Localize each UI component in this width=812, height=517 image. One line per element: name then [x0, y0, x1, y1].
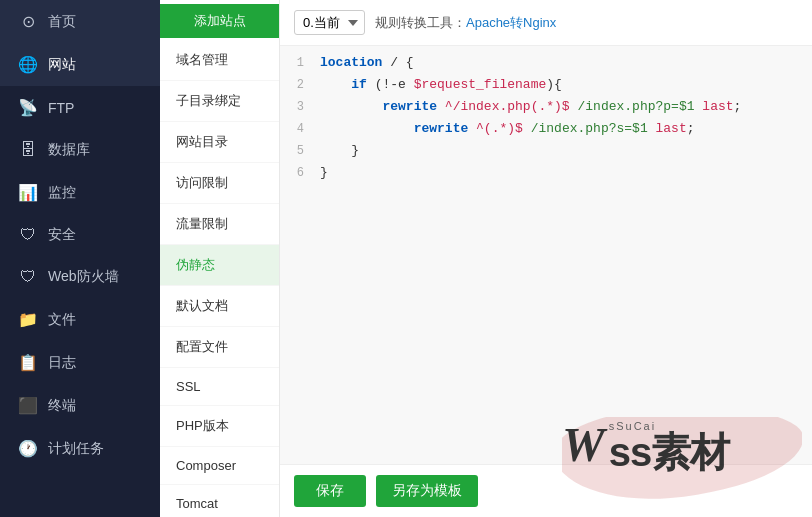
submenu-item-default-doc[interactable]: 默认文档: [160, 286, 279, 327]
sidebar: ⊙ 首页 🌐 网站 📡 FTP 🗄 数据库 📊 监控 🛡 安全 🛡 Web防火墙…: [0, 0, 160, 517]
submenu-item-webdir[interactable]: 网站目录: [160, 122, 279, 163]
submenu-item-domain[interactable]: 域名管理: [160, 40, 279, 81]
sidebar-label-home: 首页: [48, 13, 76, 31]
sidebar-item-files[interactable]: 📁 文件: [0, 298, 160, 341]
sidebar-item-monitor[interactable]: 📊 监控: [0, 171, 160, 214]
sidebar-label-waf: Web防火墙: [48, 268, 119, 286]
main-content: 0.当前 规则转换工具：Apache转Nginx 1 location / { …: [280, 0, 812, 517]
main-footer: 保存 另存为模板 W sSuCai ss素材: [280, 465, 812, 517]
rule-tool-label: 规则转换工具：Apache转Nginx: [375, 14, 556, 32]
code-line-1: 1 location / {: [280, 54, 812, 76]
line-num-1: 1: [280, 56, 316, 70]
waf-icon: 🛡: [18, 268, 38, 286]
rule-tool-text: 规则转换工具：: [375, 15, 466, 30]
home-icon: ⊙: [18, 12, 38, 31]
code-editor[interactable]: 1 location / { 2 if (!-e $request_filena…: [280, 46, 812, 465]
line-num-3: 3: [280, 100, 316, 114]
sidebar-label-logs: 日志: [48, 354, 76, 372]
line-num-2: 2: [280, 78, 316, 92]
sidebar-label-website: 网站: [48, 56, 76, 74]
monitor-icon: 📊: [18, 183, 38, 202]
sidebar-item-website[interactable]: 🌐 网站: [0, 43, 160, 86]
crontab-icon: 🕐: [18, 439, 38, 458]
logs-icon: 📋: [18, 353, 38, 372]
sidebar-label-database: 数据库: [48, 141, 90, 159]
save-button[interactable]: 保存: [294, 475, 366, 507]
apache-to-nginx-link[interactable]: Apache转Nginx: [466, 15, 556, 30]
line-num-5: 5: [280, 144, 316, 158]
sidebar-item-terminal[interactable]: ⬛ 终端: [0, 384, 160, 427]
line-content-1: location / {: [316, 55, 812, 70]
files-icon: 📁: [18, 310, 38, 329]
line-num-6: 6: [280, 166, 316, 180]
sidebar-label-crontab: 计划任务: [48, 440, 104, 458]
version-select[interactable]: 0.当前: [294, 10, 365, 35]
code-line-2: 2 if (!-e $request_filename){: [280, 76, 812, 98]
code-line-4: 4 rewrite ^(.*)$ /index.php?s=$1 last;: [280, 120, 812, 142]
main-header: 0.当前 规则转换工具：Apache转Nginx: [280, 0, 812, 46]
submenu-item-composer[interactable]: Composer: [160, 447, 279, 485]
ftp-icon: 📡: [18, 98, 38, 117]
add-site-button[interactable]: 添加站点: [160, 4, 279, 38]
line-content-4: rewrite ^(.*)$ /index.php?s=$1 last;: [316, 121, 812, 136]
sidebar-item-crontab[interactable]: 🕐 计划任务: [0, 427, 160, 470]
submenu-item-tomcat[interactable]: Tomcat: [160, 485, 279, 517]
code-line-5: 5 }: [280, 142, 812, 164]
submenu: 添加站点 域名管理 子目录绑定 网站目录 访问限制 流量限制 伪静态 默认文档 …: [160, 0, 280, 517]
code-line-6: 6 }: [280, 164, 812, 186]
terminal-icon: ⬛: [18, 396, 38, 415]
submenu-item-access[interactable]: 访问限制: [160, 163, 279, 204]
sidebar-item-database[interactable]: 🗄 数据库: [0, 129, 160, 171]
submenu-item-php[interactable]: PHP版本: [160, 406, 279, 447]
submenu-item-traffic[interactable]: 流量限制: [160, 204, 279, 245]
website-icon: 🌐: [18, 55, 38, 74]
sidebar-label-files: 文件: [48, 311, 76, 329]
sidebar-item-security[interactable]: 🛡 安全: [0, 214, 160, 256]
sidebar-label-ftp: FTP: [48, 100, 74, 116]
sidebar-label-terminal: 终端: [48, 397, 76, 415]
sidebar-label-monitor: 监控: [48, 184, 76, 202]
sidebar-label-security: 安全: [48, 226, 76, 244]
line-content-2: if (!-e $request_filename){: [316, 77, 812, 92]
sidebar-item-home[interactable]: ⊙ 首页: [0, 0, 160, 43]
submenu-item-subdir[interactable]: 子目录绑定: [160, 81, 279, 122]
submenu-item-pseudo[interactable]: 伪静态: [160, 245, 279, 286]
submenu-item-config[interactable]: 配置文件: [160, 327, 279, 368]
submenu-item-ssl[interactable]: SSL: [160, 368, 279, 406]
database-icon: 🗄: [18, 141, 38, 159]
sidebar-item-logs[interactable]: 📋 日志: [0, 341, 160, 384]
line-content-6: }: [316, 165, 812, 180]
security-icon: 🛡: [18, 226, 38, 244]
line-num-4: 4: [280, 122, 316, 136]
save-as-template-button[interactable]: 另存为模板: [376, 475, 478, 507]
sidebar-item-ftp[interactable]: 📡 FTP: [0, 86, 160, 129]
code-line-3: 3 rewrite ^/index.php(.*)$ /index.php?p=…: [280, 98, 812, 120]
line-content-5: }: [316, 143, 812, 158]
sidebar-item-waf[interactable]: 🛡 Web防火墙: [0, 256, 160, 298]
line-content-3: rewrite ^/index.php(.*)$ /index.php?p=$1…: [316, 99, 812, 114]
